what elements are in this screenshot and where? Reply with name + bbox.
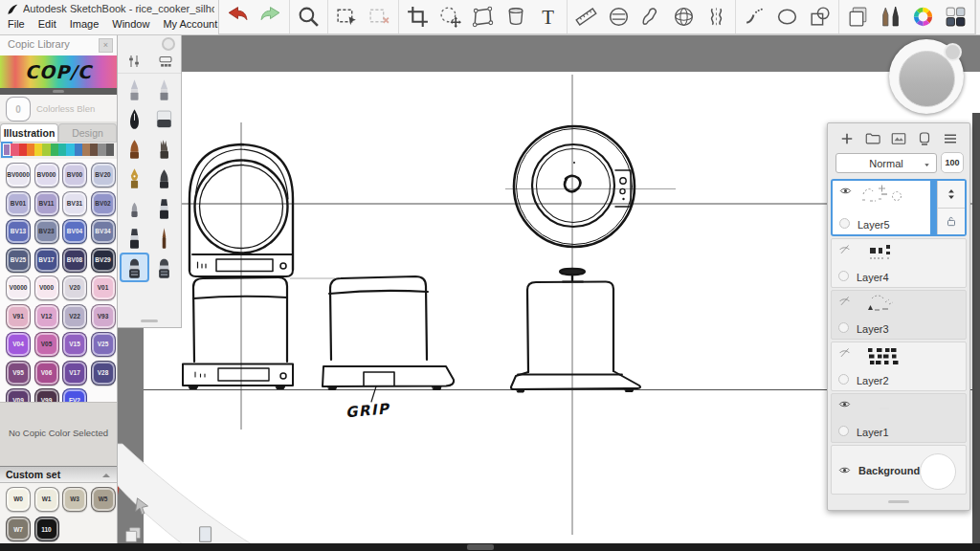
copic-swatch-bv31[interactable]: BV31: [62, 191, 87, 216]
menu-file[interactable]: File: [1, 18, 32, 30]
add-icon[interactable]: [837, 130, 857, 147]
fill-icon[interactable]: [503, 5, 527, 29]
layer-color-tag[interactable]: [838, 271, 849, 281]
copic-swatch-v05[interactable]: V05: [34, 332, 59, 357]
copic-swatch-v06[interactable]: V06: [34, 361, 59, 386]
layer-thumbnail[interactable]: [857, 396, 914, 423]
copic-swatch-110[interactable]: 110: [34, 517, 59, 541]
swatch-grid-icon[interactable]: [944, 5, 968, 29]
brush-paint-brush[interactable]: [120, 134, 149, 164]
visibility-off-icon[interactable]: [836, 345, 853, 358]
copic-swatch-v12[interactable]: V12: [34, 304, 59, 329]
layer-color-tag[interactable]: [838, 374, 849, 385]
stroke-icon[interactable]: [743, 5, 767, 29]
colorless-blender-swatch[interactable]: 0: [6, 97, 31, 121]
brushes-icon[interactable]: [879, 5, 902, 29]
copic-swatch-bv00[interactable]: BV00: [62, 163, 87, 187]
layer-reorder-button[interactable]: [938, 181, 965, 209]
brush-ink-pen[interactable]: [120, 104, 149, 134]
scrollbar-thumb[interactable]: [467, 544, 494, 550]
deselect-icon[interactable]: [368, 5, 391, 29]
layers-stack-icon[interactable]: [122, 524, 144, 545]
copic-family-10[interactable]: [82, 143, 90, 156]
brush-smudge[interactable]: [120, 193, 149, 223]
layer-color-tag[interactable]: [839, 218, 850, 229]
visibility-on-icon[interactable]: [837, 184, 854, 196]
background-color-thumbnail[interactable]: [920, 453, 956, 490]
copic-family-2[interactable]: [19, 143, 27, 156]
tab-design[interactable]: Design: [58, 123, 117, 142]
nudge-icon[interactable]: [438, 5, 462, 29]
copic-swatch-v28[interactable]: V28: [91, 361, 116, 386]
copic-swatch-w3[interactable]: W3: [62, 487, 87, 512]
brush-chisel-marker-2[interactable]: [120, 223, 149, 253]
layer-row-layer3[interactable]: Layer3: [831, 290, 967, 340]
copic-swatch-bv17[interactable]: BV17: [34, 248, 59, 273]
copic-family-7[interactable]: [58, 143, 66, 156]
symmetry-icon[interactable]: [704, 5, 728, 29]
copic-swatch-bv000[interactable]: BV000: [34, 163, 59, 187]
redo-icon[interactable]: [258, 5, 282, 29]
layer-row-layer4[interactable]: Layer4: [831, 238, 967, 288]
ellipse-guide-icon[interactable]: [607, 5, 631, 29]
copic-swatch-bv25[interactable]: BV25: [6, 248, 31, 273]
copic-swatch-bv23[interactable]: BV23: [34, 219, 59, 244]
perspective-icon[interactable]: [672, 5, 696, 29]
menu-icon[interactable]: [941, 130, 960, 147]
layers-panel-handle[interactable]: [828, 495, 969, 508]
ruler-icon[interactable]: [574, 5, 598, 29]
layer-thumbnail[interactable]: [857, 293, 914, 320]
layer-thumbnail[interactable]: [857, 344, 914, 371]
copic-swatch-v17[interactable]: V17: [62, 361, 87, 386]
layer-color-tag[interactable]: [838, 426, 849, 436]
copic-swatch-bv01[interactable]: BV01: [6, 191, 31, 216]
copic-close-button[interactable]: ×: [99, 38, 113, 53]
brush-sets-icon[interactable]: [156, 53, 175, 70]
visibility-on-icon[interactable]: [836, 463, 853, 475]
image-icon[interactable]: [889, 130, 908, 147]
copic-banner-handle[interactable]: [0, 88, 117, 95]
lagoon-toolbar[interactable]: [96, 440, 268, 551]
brush-chisel-marker[interactable]: [149, 193, 179, 223]
brush-airbrush[interactable]: [149, 164, 179, 193]
undo-icon[interactable]: [226, 5, 250, 29]
color-wheel-icon[interactable]: [911, 5, 935, 29]
brush-palette-handle[interactable]: [118, 316, 181, 325]
copic-swatch-v95[interactable]: V95: [6, 361, 31, 386]
menu-image[interactable]: Image: [63, 18, 106, 30]
selection-rect-icon[interactable]: [195, 524, 216, 545]
copic-swatch-v04[interactable]: V04: [6, 332, 31, 357]
brush-palette-pin[interactable]: [162, 37, 175, 51]
copic-family-12[interactable]: [98, 143, 105, 156]
layer-row-layer1[interactable]: Layer1: [831, 393, 967, 443]
menu-edit[interactable]: Edit: [32, 18, 63, 30]
copic-swatch-w5[interactable]: W5: [91, 487, 116, 512]
zoom-icon[interactable]: [297, 5, 321, 29]
copic-swatch-bv13[interactable]: BV13: [6, 219, 31, 244]
copic-swatch-w0[interactable]: W0: [6, 487, 31, 512]
shapes-icon[interactable]: [808, 5, 832, 29]
french-curve-icon[interactable]: [639, 5, 663, 29]
folder-icon[interactable]: [863, 130, 882, 147]
copic-family-13[interactable]: [106, 143, 114, 156]
custom-set-header[interactable]: Custom set: [0, 466, 117, 483]
copic-family-1[interactable]: [11, 143, 18, 156]
transform-icon[interactable]: [471, 5, 495, 29]
layer-lock-button[interactable]: [938, 209, 965, 235]
brush-copic-marker[interactable]: [120, 253, 149, 282]
brush-colored-pencil[interactable]: [149, 223, 179, 253]
copic-swatch-w1[interactable]: W1: [34, 487, 59, 512]
copic-swatch-w7[interactable]: W7: [6, 517, 31, 541]
copic-swatch-v000[interactable]: V000: [34, 276, 59, 300]
brush-copic-marker-2[interactable]: [149, 253, 179, 282]
copic-family-0[interactable]: [3, 143, 11, 156]
copic-family-9[interactable]: [75, 143, 82, 156]
layer-row-layer5-selected[interactable]: Layer5: [831, 179, 967, 236]
horizontal-scrollbar[interactable]: [0, 543, 980, 551]
copic-family-3[interactable]: [27, 143, 34, 156]
blend-mode-dropdown[interactable]: Normal: [835, 153, 937, 173]
brush-texture-brush[interactable]: [149, 134, 179, 164]
layer-row-layer2[interactable]: Layer2: [831, 342, 967, 391]
menu-window[interactable]: Window: [105, 18, 156, 30]
cursor-icon[interactable]: [132, 496, 153, 517]
